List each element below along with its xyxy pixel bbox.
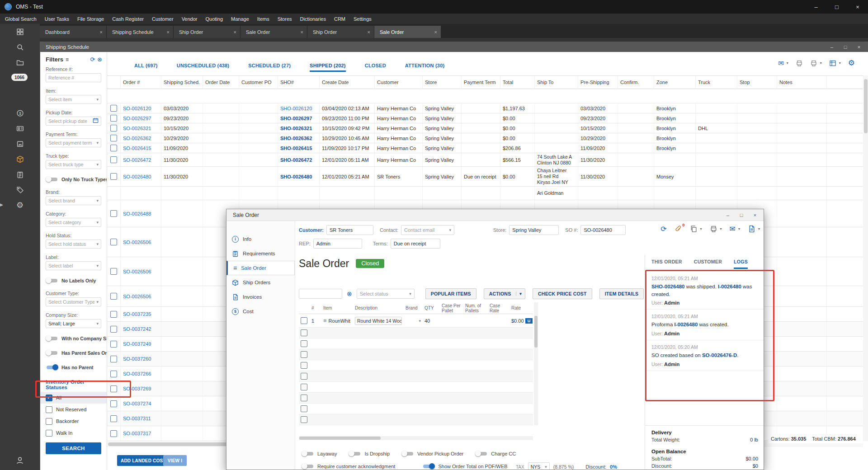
discount-value[interactable]: 0% [610, 464, 617, 470]
tab-dashboard-0[interactable]: Dashboard× [40, 26, 107, 38]
tab-close-icon[interactable]: × [301, 29, 303, 35]
row-checkbox[interactable] [110, 430, 117, 437]
row-checkbox[interactable] [110, 115, 117, 122]
log-link[interactable]: SO-0026476-D [702, 352, 737, 358]
item-checkbox[interactable] [301, 329, 307, 336]
item-row[interactable] [299, 382, 533, 393]
toggle-layaway[interactable] [302, 451, 314, 457]
menu-item-settings[interactable]: Settings [349, 14, 376, 24]
app-close-icon[interactable]: × [847, 0, 868, 14]
row-checkbox[interactable] [110, 268, 117, 275]
filter-select-brand[interactable]: Select brand▾ [46, 196, 101, 205]
checkbox-walk-in[interactable] [46, 430, 52, 437]
order-link[interactable]: SO-0037317 [123, 431, 159, 436]
tab-sale-order-5[interactable]: Sale Order× [374, 26, 441, 38]
contacts-icon[interactable] [0, 121, 40, 136]
inner-maximize-icon[interactable]: □ [839, 42, 852, 52]
inner-close-icon[interactable]: × [852, 42, 866, 52]
row-checkbox[interactable] [110, 239, 117, 245]
filters-refresh-icon[interactable]: ⟳ [90, 56, 95, 63]
sho-link[interactable]: SHO-0026415 [280, 146, 317, 151]
sho-link[interactable]: SHO-0026472 [280, 157, 317, 163]
modal-nav-requirements[interactable]: Requirements [226, 246, 295, 261]
toggle-charge-cc[interactable] [475, 451, 488, 457]
row-checkbox[interactable] [110, 356, 117, 362]
terms-field[interactable]: Due on receipt [391, 239, 440, 249]
log-link[interactable]: I-0026480 [718, 284, 741, 289]
store-field[interactable]: Spring Valley [509, 225, 559, 235]
tab-shipping-schedule-1[interactable]: Shipping Schedule× [107, 26, 174, 38]
email-icon[interactable]: ✉▾ [778, 59, 788, 67]
export-document-icon[interactable]: ▾ [748, 225, 760, 233]
order-settings-gear-icon[interactable]: ⚙ [630, 468, 637, 470]
item-row[interactable] [299, 371, 533, 382]
filter-select-customer-type[interactable]: Select Customer Type▾ [46, 297, 101, 306]
tab-close-icon[interactable]: × [434, 29, 437, 35]
sidebar-expand-icon[interactable]: ▶ [0, 201, 5, 209]
row-checkbox[interactable] [110, 135, 117, 141]
toggle-show-order-total-on-pdf-web[interactable] [422, 463, 435, 470]
email-icon[interactable]: ✉▾ [730, 225, 740, 233]
status-filter-all[interactable]: All [40, 392, 107, 404]
menu-item-user-tasks[interactable]: User Tasks [41, 14, 73, 24]
order-link[interactable]: SO-0037242 [123, 326, 159, 332]
status-tab-all-697[interactable]: ALL (697) [134, 63, 158, 72]
table-row[interactable]: SO-002648011/30/2020SHO-002648012/01/202… [107, 167, 863, 187]
order-link[interactable]: SO-0037235 [123, 311, 159, 317]
item-name[interactable]: RounWhit [329, 318, 350, 324]
filter-select-item[interactable]: Select item▾ [46, 95, 101, 104]
row-checkbox[interactable] [110, 156, 117, 163]
order-link[interactable]: SO-0026321 [123, 126, 159, 131]
table-row[interactable]: SO-002612003/03/2020SHO-002612003/04/202… [107, 103, 863, 113]
row-checkbox[interactable] [110, 105, 117, 112]
order-link[interactable]: SO-0037269 [123, 386, 159, 391]
filter-select-category[interactable]: Select category▾ [46, 218, 101, 227]
tab-close-icon[interactable]: × [100, 29, 103, 35]
print-icon[interactable]: ▾ [710, 225, 722, 233]
filter-select-hold-status[interactable]: Select hold status▾ [46, 240, 101, 249]
order-link[interactable]: SO-0026506 [123, 269, 159, 274]
item-checkbox[interactable] [301, 405, 307, 412]
row-checkbox[interactable] [110, 145, 117, 151]
order-link[interactable]: SO-0026472 [123, 157, 159, 163]
print-list-icon[interactable]: ▾ [810, 60, 822, 67]
tab-close-icon[interactable]: × [167, 29, 170, 35]
filter-input-reference[interactable]: Reference # [46, 73, 101, 82]
item-row[interactable] [299, 404, 533, 414]
order-link[interactable]: SO-0026362 [123, 136, 159, 141]
modal-nav-sale-order[interactable]: ≡Sale Order [226, 261, 295, 275]
item-search-input[interactable] [299, 289, 342, 299]
menu-item-manage[interactable]: Manage [227, 14, 253, 24]
payments-icon[interactable]: $ [0, 105, 40, 121]
item-checkbox[interactable] [301, 317, 307, 324]
notification-badge[interactable]: 1066 [11, 74, 28, 81]
search-icon[interactable] [0, 39, 40, 55]
app-maximize-icon[interactable]: □ [826, 0, 847, 14]
order-link[interactable]: SO-0037249 [123, 341, 159, 347]
add-landed-cost-button[interactable]: ADD LANDED COST [117, 455, 170, 466]
status-tab-attention-30[interactable]: ATTENTION (30) [405, 63, 445, 72]
row-checkbox[interactable] [110, 341, 117, 348]
table-row[interactable]: SO-002636210/29/2020SHO-002636210/29/202… [107, 133, 863, 143]
attachments-icon[interactable]: 0 [675, 225, 682, 233]
item-row[interactable] [299, 393, 533, 404]
sho-link[interactable]: SHO-0026362 [280, 136, 317, 141]
toggle-has-no-parent[interactable] [46, 364, 58, 371]
menu-item-customer[interactable]: Customer [148, 14, 178, 24]
item-row[interactable] [299, 360, 533, 371]
item-details-button[interactable]: ITEM DETAILS [599, 288, 644, 299]
order-link[interactable]: SO-0026506 [123, 240, 159, 245]
status-tab-unscheduled-438[interactable]: UNSCHEDULED (438) [177, 63, 229, 72]
modal-minimize-icon[interactable]: – [721, 209, 735, 221]
status-filter-not-reserved[interactable]: Not Reserved [40, 404, 107, 415]
tab-ship-order-2[interactable]: Ship Order× [174, 26, 241, 38]
item-checkbox[interactable] [301, 416, 307, 423]
search-button[interactable]: SEARCH [46, 442, 101, 454]
refresh-icon[interactable]: ⟳ [660, 225, 666, 233]
toggle-only-no-truck-types[interactable] [46, 176, 58, 183]
sho-link[interactable]: SHO-0026120 [280, 106, 317, 111]
toggle-has-parent-sales-order[interactable] [46, 350, 58, 356]
status-select[interactable]: Select status▾ [357, 289, 415, 299]
tab-sale-order-3[interactable]: Sale Order× [241, 26, 307, 38]
side-tab-logs[interactable]: LOGS [734, 259, 748, 269]
